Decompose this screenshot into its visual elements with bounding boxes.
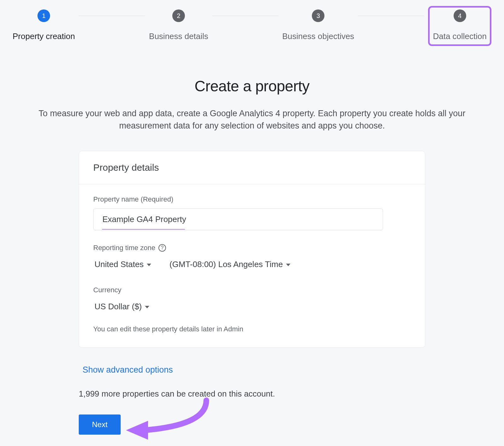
chevron-down-icon [286, 264, 290, 266]
svg-marker-0 [126, 421, 148, 440]
timezone-label: Reporting time zone ? [93, 244, 411, 252]
annotation-highlight-box: 4 Data collection [428, 6, 491, 46]
show-advanced-options-link[interactable]: Show advanced options [83, 365, 173, 375]
currency-label: Currency [93, 286, 411, 294]
currency-dropdown[interactable]: US Dollar ($) [93, 299, 151, 314]
property-name-label: Property name (Required) [93, 195, 411, 203]
property-details-card: Property details Property name (Required… [79, 151, 425, 348]
timezone-value: (GMT-08:00) Los Angeles Time [169, 260, 283, 269]
step-line [79, 16, 145, 16]
edit-later-note: You can edit these property details late… [93, 325, 411, 333]
step-circle-1: 1 [37, 9, 50, 22]
step-line [212, 16, 278, 16]
step-label-1: Property creation [13, 31, 75, 41]
timezone-label-text: Reporting time zone [93, 244, 155, 252]
annotation-underline [102, 229, 185, 230]
step-label-2: Business details [149, 31, 208, 41]
step-4[interactable]: 4 Data collection [433, 9, 487, 41]
step-label-4: Data collection [433, 31, 487, 41]
step-line [358, 16, 424, 16]
page-title: Create a property [28, 77, 476, 95]
country-dropdown[interactable]: United States [93, 257, 152, 272]
annotation-arrow-icon [124, 397, 225, 441]
page-description: To measure your web and app data, create… [28, 107, 476, 132]
chevron-down-icon [145, 306, 149, 308]
step-2[interactable]: 2 Business details [149, 9, 208, 41]
step-circle-4: 4 [454, 9, 466, 22]
step-label-3: Business objectives [282, 31, 354, 41]
currency-value: US Dollar ($) [94, 302, 142, 312]
stepper: 1 Property creation 2 Business details 3… [0, 0, 504, 62]
timezone-dropdown[interactable]: (GMT-08:00) Los Angeles Time [168, 257, 292, 272]
chevron-down-icon [147, 264, 151, 266]
step-1[interactable]: 1 Property creation [13, 9, 75, 41]
quota-text: 1,999 more properties can be created on … [79, 389, 425, 399]
property-name-input[interactable] [93, 209, 383, 230]
country-value: United States [94, 260, 144, 269]
step-circle-2: 2 [172, 9, 185, 22]
step-circle-3: 3 [312, 9, 324, 22]
step-3[interactable]: 3 Business objectives [282, 9, 354, 41]
card-heading: Property details [79, 151, 425, 184]
next-button[interactable]: Next [79, 415, 121, 435]
help-icon[interactable]: ? [158, 244, 166, 252]
